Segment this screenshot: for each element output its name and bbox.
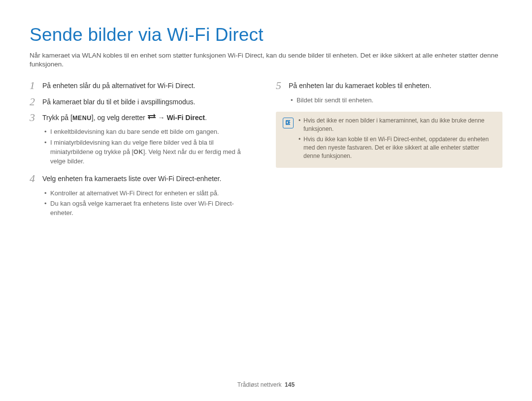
text-fragment: .	[205, 114, 207, 122]
transfer-icon	[147, 114, 156, 122]
list-item: Hvis det ikke er noen bilder i kameramin…	[299, 117, 496, 133]
step-number: 1	[30, 80, 42, 92]
left-column: 1 På enheten slår du på alternativet for…	[30, 80, 256, 225]
text-fragment: ]. Velg	[143, 148, 163, 155]
note-icon	[283, 118, 294, 128]
step-3: 3 Trykk på [MENU], og velg deretter → Wi…	[30, 112, 256, 123]
step-text: På enheten lar du kameraet kobles til en…	[289, 80, 502, 91]
step-1: 1 På enheten slår du på alternativet for…	[30, 80, 256, 92]
step-text: På enheten slår du på alternativet for W…	[42, 80, 256, 91]
next-label: Next	[163, 148, 176, 155]
list-item: I enkeltbildevisning kan du bare sende e…	[44, 127, 256, 137]
step-number: 3	[30, 112, 42, 123]
step-4-bullets: Kontroller at alternativet Wi-Fi Direct …	[30, 189, 256, 218]
wifi-direct-label: Wi-Fi Direct	[166, 114, 205, 122]
step-3-bullets: I enkeltbildevisning kan du bare sende e…	[30, 127, 256, 166]
page-title: Sende bilder via Wi-Fi Direct	[30, 25, 502, 45]
text-fragment: ], og velg deretter	[92, 114, 147, 122]
ok-button-label: OK	[133, 149, 143, 155]
list-item: Kontroller at alternativet Wi-Fi Direct …	[44, 189, 256, 198]
intro-paragraph: Når kameraet via WLAN kobles til en enhe…	[30, 51, 502, 69]
list-item: Hvis du ikke kan koble til en Wi-Fi Dire…	[299, 135, 496, 160]
text-fragment: →	[156, 114, 167, 122]
content-columns: 1 På enheten slår du på alternativet for…	[30, 80, 502, 225]
step-number: 5	[276, 80, 289, 92]
step-5: 5 På enheten lar du kameraet kobles til …	[276, 80, 502, 92]
page-footer: Trådløst nettverk 145	[0, 381, 532, 388]
menu-button-label: MENU	[72, 115, 92, 122]
manual-page: Sende bilder via Wi-Fi Direct Når kamera…	[0, 0, 532, 401]
step-4: 4 Velg enheten fra kameraets liste over …	[30, 173, 256, 185]
step-number: 4	[30, 173, 42, 185]
page-number: 145	[285, 381, 295, 388]
list-item: I miniatyrbildevisning kan du velge fler…	[44, 138, 256, 166]
note-box: Hvis det ikke er noen bilder i kameramin…	[276, 112, 502, 168]
step-text: Trykk på [MENU], og velg deretter → Wi-F…	[42, 112, 256, 123]
footer-section: Trådløst nettverk	[237, 381, 282, 388]
step-text: Velg enheten fra kameraets liste over Wi…	[42, 173, 256, 184]
list-item: Du kan også velge kameraet fra enhetens …	[44, 199, 256, 218]
step-text: På kameraet blar du til et bilde i avspi…	[42, 96, 256, 107]
list-item: Bildet blir sendt til enheten.	[291, 96, 502, 105]
note-list: Hvis det ikke er noen bilder i kameramin…	[299, 117, 496, 162]
step-2: 2 På kameraet blar du til et bilde i avs…	[30, 96, 256, 108]
step-5-bullets: Bildet blir sendt til enheten.	[276, 96, 502, 105]
text-fragment: Trykk på [	[42, 114, 72, 122]
step-number: 2	[30, 96, 42, 108]
right-column: 5 På enheten lar du kameraet kobles til …	[276, 80, 502, 225]
